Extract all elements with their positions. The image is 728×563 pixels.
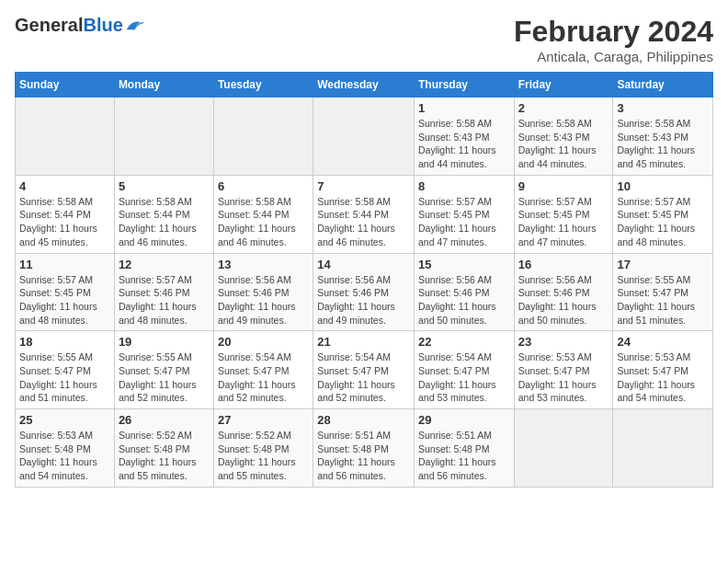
day-number: 17 — [617, 258, 709, 271]
day-details: Sunrise: 5:53 AMSunset: 5:47 PMDaylight:… — [617, 350, 709, 405]
calendar-cell — [16, 98, 115, 176]
day-number: 12 — [119, 258, 210, 271]
day-of-week-header: Monday — [114, 73, 213, 98]
day-details: Sunrise: 5:58 AMSunset: 5:44 PMDaylight:… — [119, 195, 210, 249]
day-details: Sunrise: 5:58 AMSunset: 5:44 PMDaylight:… — [317, 195, 410, 249]
logo: GeneralBlue — [15, 15, 143, 36]
calendar-cell: 9Sunrise: 5:57 AMSunset: 5:45 PMDaylight… — [514, 175, 613, 253]
logo-text: GeneralBlue — [15, 15, 123, 36]
day-number: 11 — [19, 258, 110, 271]
calendar-cell: 25Sunrise: 5:53 AMSunset: 5:48 PMDayligh… — [16, 409, 115, 488]
day-number: 16 — [518, 258, 609, 271]
day-of-week-header: Thursday — [414, 73, 514, 98]
calendar-week-row: 1Sunrise: 5:58 AMSunset: 5:43 PMDaylight… — [16, 98, 713, 176]
calendar-cell: 19Sunrise: 5:55 AMSunset: 5:47 PMDayligh… — [114, 331, 213, 409]
day-details: Sunrise: 5:57 AMSunset: 5:45 PMDaylight:… — [418, 195, 510, 249]
day-details: Sunrise: 5:55 AMSunset: 5:47 PMDaylight:… — [617, 273, 709, 327]
calendar-cell: 14Sunrise: 5:56 AMSunset: 5:46 PMDayligh… — [313, 253, 415, 331]
day-number: 4 — [19, 179, 110, 193]
day-number: 14 — [317, 258, 410, 271]
calendar-cell: 18Sunrise: 5:55 AMSunset: 5:47 PMDayligh… — [16, 331, 115, 409]
day-of-week-header: Friday — [514, 73, 613, 98]
day-number: 25 — [19, 413, 110, 427]
day-number: 24 — [617, 335, 709, 349]
calendar-week-row: 25Sunrise: 5:53 AMSunset: 5:48 PMDayligh… — [16, 409, 713, 488]
day-number: 5 — [119, 179, 210, 193]
day-number: 28 — [317, 413, 410, 427]
calendar-cell: 24Sunrise: 5:53 AMSunset: 5:47 PMDayligh… — [613, 331, 713, 409]
day-details: Sunrise: 5:52 AMSunset: 5:48 PMDaylight:… — [119, 429, 210, 483]
page-header: GeneralBlue February 2024 Anticala, Cara… — [15, 15, 713, 64]
day-details: Sunrise: 5:53 AMSunset: 5:48 PMDaylight:… — [19, 429, 110, 483]
day-details: Sunrise: 5:51 AMSunset: 5:48 PMDaylight:… — [317, 429, 410, 483]
calendar-cell — [313, 98, 415, 176]
day-number: 21 — [317, 335, 410, 349]
day-number: 29 — [418, 413, 510, 427]
day-details: Sunrise: 5:53 AMSunset: 5:47 PMDaylight:… — [518, 350, 609, 405]
day-number: 22 — [418, 335, 510, 349]
day-number: 7 — [317, 179, 410, 193]
day-number: 26 — [119, 413, 210, 427]
calendar-cell — [213, 98, 313, 176]
day-number: 3 — [617, 101, 709, 115]
day-details: Sunrise: 5:54 AMSunset: 5:47 PMDaylight:… — [218, 350, 309, 405]
calendar-week-row: 11Sunrise: 5:57 AMSunset: 5:45 PMDayligh… — [16, 253, 713, 331]
day-number: 27 — [218, 413, 309, 427]
day-details: Sunrise: 5:56 AMSunset: 5:46 PMDaylight:… — [518, 273, 609, 327]
day-number: 23 — [518, 335, 609, 349]
day-number: 15 — [418, 258, 510, 271]
calendar-cell — [613, 409, 713, 488]
calendar-cell: 3Sunrise: 5:58 AMSunset: 5:43 PMDaylight… — [613, 98, 713, 176]
day-number: 6 — [218, 179, 309, 193]
calendar-cell: 7Sunrise: 5:58 AMSunset: 5:44 PMDaylight… — [313, 175, 415, 253]
day-details: Sunrise: 5:51 AMSunset: 5:48 PMDaylight:… — [418, 429, 510, 483]
calendar-cell: 10Sunrise: 5:57 AMSunset: 5:45 PMDayligh… — [613, 175, 713, 253]
calendar-cell: 2Sunrise: 5:58 AMSunset: 5:43 PMDaylight… — [514, 98, 613, 176]
day-details: Sunrise: 5:55 AMSunset: 5:47 PMDaylight:… — [119, 350, 210, 405]
day-number: 8 — [418, 179, 510, 193]
day-details: Sunrise: 5:56 AMSunset: 5:46 PMDaylight:… — [418, 273, 510, 327]
day-details: Sunrise: 5:58 AMSunset: 5:44 PMDaylight:… — [19, 195, 110, 249]
calendar-cell: 15Sunrise: 5:56 AMSunset: 5:46 PMDayligh… — [414, 253, 514, 331]
calendar-cell: 27Sunrise: 5:52 AMSunset: 5:48 PMDayligh… — [213, 409, 313, 488]
day-of-week-header: Sunday — [16, 73, 115, 98]
calendar-cell: 23Sunrise: 5:53 AMSunset: 5:47 PMDayligh… — [514, 331, 613, 409]
day-details: Sunrise: 5:57 AMSunset: 5:45 PMDaylight:… — [19, 273, 110, 327]
calendar-week-row: 4Sunrise: 5:58 AMSunset: 5:44 PMDaylight… — [16, 175, 713, 253]
day-number: 18 — [19, 335, 110, 349]
day-number: 20 — [218, 335, 309, 349]
day-details: Sunrise: 5:58 AMSunset: 5:44 PMDaylight:… — [218, 195, 309, 249]
day-details: Sunrise: 5:57 AMSunset: 5:45 PMDaylight:… — [518, 195, 609, 249]
day-number: 10 — [617, 179, 709, 193]
calendar-cell: 28Sunrise: 5:51 AMSunset: 5:48 PMDayligh… — [313, 409, 415, 488]
calendar-cell: 17Sunrise: 5:55 AMSunset: 5:47 PMDayligh… — [613, 253, 713, 331]
day-details: Sunrise: 5:57 AMSunset: 5:46 PMDaylight:… — [119, 273, 210, 327]
day-number: 9 — [518, 179, 609, 193]
day-details: Sunrise: 5:54 AMSunset: 5:47 PMDaylight:… — [317, 350, 410, 405]
calendar-cell — [514, 409, 613, 488]
day-details: Sunrise: 5:56 AMSunset: 5:46 PMDaylight:… — [218, 273, 309, 327]
day-number: 19 — [119, 335, 210, 349]
day-of-week-header: Tuesday — [213, 73, 313, 98]
logo-bird-icon — [125, 18, 143, 33]
calendar-cell: 12Sunrise: 5:57 AMSunset: 5:46 PMDayligh… — [114, 253, 213, 331]
day-details: Sunrise: 5:58 AMSunset: 5:43 PMDaylight:… — [418, 117, 510, 171]
day-of-week-header: Wednesday — [313, 73, 415, 98]
calendar-cell: 11Sunrise: 5:57 AMSunset: 5:45 PMDayligh… — [16, 253, 115, 331]
day-number: 13 — [218, 258, 309, 271]
day-details: Sunrise: 5:54 AMSunset: 5:47 PMDaylight:… — [418, 350, 510, 405]
day-details: Sunrise: 5:55 AMSunset: 5:47 PMDaylight:… — [19, 350, 110, 405]
calendar-week-row: 18Sunrise: 5:55 AMSunset: 5:47 PMDayligh… — [16, 331, 713, 409]
calendar-cell — [114, 98, 213, 176]
month-year-title: February 2024 — [514, 15, 713, 49]
calendar-cell: 1Sunrise: 5:58 AMSunset: 5:43 PMDaylight… — [414, 98, 514, 176]
calendar-cell: 29Sunrise: 5:51 AMSunset: 5:48 PMDayligh… — [414, 409, 514, 488]
day-details: Sunrise: 5:52 AMSunset: 5:48 PMDaylight:… — [218, 429, 309, 483]
calendar-cell: 16Sunrise: 5:56 AMSunset: 5:46 PMDayligh… — [514, 253, 613, 331]
calendar-cell: 26Sunrise: 5:52 AMSunset: 5:48 PMDayligh… — [114, 409, 213, 488]
calendar-table: SundayMondayTuesdayWednesdayThursdayFrid… — [15, 72, 713, 488]
day-of-week-header: Saturday — [613, 73, 713, 98]
day-details: Sunrise: 5:58 AMSunset: 5:43 PMDaylight:… — [617, 117, 709, 171]
calendar-header-row: SundayMondayTuesdayWednesdayThursdayFrid… — [16, 73, 713, 98]
calendar-cell: 22Sunrise: 5:54 AMSunset: 5:47 PMDayligh… — [414, 331, 514, 409]
